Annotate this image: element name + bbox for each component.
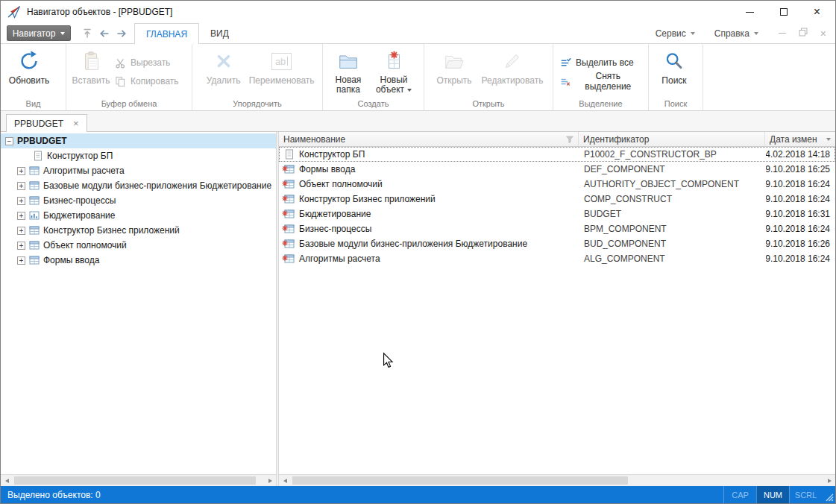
scrollbar-thumb[interactable] — [14, 476, 256, 485]
component-icon — [29, 225, 40, 236]
chevron-down-icon[interactable] — [826, 138, 831, 141]
column-header-date[interactable]: Дата измен — [765, 132, 835, 146]
ribbon-group-clipboard: Вставить Вырезать Копировать Буфер обмен… — [66, 44, 192, 110]
ribbon-group-create: Новая папка Новый объект Создать — [323, 44, 424, 110]
list-row[interactable]: Конструктор БП P10002_F_CONSTRUCTOR_BP 2… — [279, 147, 835, 162]
row-name: Алгоритмы расчета — [299, 253, 380, 264]
tree-item[interactable]: + Алгоритмы расчета — [1, 163, 276, 178]
expand-icon[interactable]: + — [17, 212, 25, 220]
minimize-button[interactable] — [733, 1, 767, 23]
scroll-left-button[interactable] — [1, 475, 13, 486]
tab-close-button[interactable]: × — [73, 119, 79, 128]
tree-item[interactable]: + Формы ввода — [1, 253, 276, 268]
ribbon-tabs: ГЛАВНАЯ ВИД — [134, 23, 240, 43]
paste-button[interactable]: Вставить — [70, 48, 112, 86]
service-menu[interactable]: Сервис — [646, 28, 705, 39]
cut-button[interactable]: Вырезать — [112, 56, 182, 69]
keyboard-indicators: CAP NUM SCRL — [723, 486, 835, 503]
clear-selection-button[interactable]: Снять выделение — [557, 75, 644, 88]
expand-icon[interactable]: + — [17, 242, 25, 250]
list-row[interactable]: Объект полномочий AUTHORITY_OBJECT_COMPO… — [279, 177, 835, 192]
clear-selection-label: Снять выделение — [575, 71, 641, 92]
list-row[interactable]: Алгоритмы расчета ALG_COMPONENT 19.10.20… — [279, 251, 835, 266]
document-tab-ppbudget[interactable]: PPBUDGET × — [6, 114, 87, 132]
main-area: − PPBUDGET Конструктор БП + Алгоритмы ра… — [1, 132, 835, 486]
delete-icon — [213, 49, 235, 73]
list-row[interactable]: Базовые модули бизнес-приложения Бюджети… — [279, 236, 835, 251]
copy-button[interactable]: Копировать — [112, 75, 182, 88]
tree-item[interactable]: + Базовые модули бизнес-приложения Бюдже… — [1, 178, 276, 193]
tree-item-label: Конструктор БП — [47, 151, 113, 161]
close-button[interactable]: × — [800, 1, 834, 23]
tree-item[interactable]: + Бюджетирование — [1, 208, 276, 223]
forward-button[interactable] — [113, 25, 130, 42]
list-horizontal-scrollbar[interactable] — [279, 474, 835, 486]
refresh-button[interactable]: Обновить — [4, 48, 54, 86]
expand-icon[interactable]: + — [17, 256, 25, 265]
mdi-restore-button[interactable] — [799, 28, 808, 39]
tree-horizontal-scrollbar[interactable] — [1, 474, 276, 486]
tree-item[interactable]: Конструктор БП — [1, 148, 276, 163]
tree-item-label: Конструктор Бизнес приложений — [43, 225, 180, 236]
right-arrow-icon — [268, 479, 272, 483]
ribbon: Обновить Вид Вставить Вырезать Копироват… — [1, 44, 835, 111]
tab-home-label: ГЛАВНАЯ — [146, 29, 187, 40]
collapse-icon[interactable]: − — [5, 137, 13, 145]
scroll-left-button[interactable] — [279, 475, 291, 486]
expand-icon[interactable]: + — [17, 182, 25, 190]
object-tree: − PPBUDGET Конструктор БП + Алгоритмы ра… — [1, 132, 276, 474]
column-header-id[interactable]: Идентификатор — [579, 132, 765, 146]
resize-grip[interactable] — [822, 486, 835, 503]
scrollbar-track[interactable] — [291, 475, 823, 486]
open-button[interactable]: Открыть — [433, 48, 476, 86]
scroll-right-button[interactable] — [823, 475, 835, 486]
column-header-id-label: Идентификатор — [583, 134, 649, 145]
expand-icon[interactable]: + — [17, 167, 25, 175]
new-object-icon — [383, 49, 405, 73]
tab-view[interactable]: ВИД — [199, 23, 240, 43]
filter-funnel-icon[interactable] — [566, 136, 573, 143]
maximize-button[interactable] — [767, 1, 800, 23]
list-row[interactable]: Конструктор Бизнес приложений COMP_CONST… — [279, 192, 835, 207]
search-button[interactable]: Поиск — [653, 48, 696, 86]
window-controls: × — [733, 1, 835, 23]
help-menu[interactable]: Справка — [705, 28, 768, 39]
select-all-button[interactable]: Выделить все — [557, 56, 644, 69]
row-date: 24.02.2018 14:18 — [766, 149, 830, 160]
chevron-down-icon — [754, 32, 758, 35]
ribbon-group-search: Поиск Поиск — [649, 44, 703, 110]
tab-home[interactable]: ГЛАВНАЯ — [134, 23, 199, 44]
group-label-search: Поиск — [649, 99, 703, 108]
scroll-lock-indicator: SCRL — [789, 486, 822, 503]
delete-button[interactable]: Удалить — [202, 48, 245, 86]
mdi-minimize-button[interactable] — [779, 33, 786, 34]
scroll-right-button[interactable] — [264, 475, 276, 486]
row-date: 19.10.2018 16:24 — [766, 224, 830, 234]
list-row[interactable]: Формы ввода DEF_COMPONENT 19.10.2018 16:… — [279, 162, 835, 177]
new-object-button[interactable]: Новый объект — [370, 48, 418, 95]
mdi-close-button[interactable]: × — [820, 28, 826, 39]
list-row[interactable]: Бизнес-процессы BPM_COMPONENT 19.10.2018… — [279, 221, 835, 236]
column-header-name[interactable]: Наименование — [279, 132, 579, 146]
tree-item[interactable]: + Объект полномочий — [1, 238, 276, 253]
red-star-badge — [282, 210, 288, 216]
back-button[interactable] — [95, 25, 113, 42]
scrollbar-thumb[interactable] — [292, 476, 628, 485]
clear-selection-icon — [560, 76, 571, 87]
tree-root-ppbudget[interactable]: − PPBUDGET — [1, 133, 276, 148]
new-folder-button[interactable]: Новая папка — [327, 48, 370, 95]
up-level-button[interactable] — [78, 25, 95, 42]
tree-item-label: Формы ввода — [43, 255, 99, 265]
expand-icon[interactable]: + — [17, 227, 25, 235]
scrollbar-track[interactable] — [13, 475, 264, 486]
tree-item[interactable]: + Конструктор Бизнес приложений — [1, 223, 276, 238]
rename-button[interactable]: ab Переименовать — [245, 48, 318, 86]
status-bar: Выделено объектов: 0 CAP NUM SCRL — [1, 486, 835, 503]
edit-button[interactable]: Редактировать — [476, 48, 549, 86]
row-name: Конструктор БП — [299, 149, 365, 160]
navigator-app-button[interactable]: Навигатор — [7, 25, 71, 41]
expand-icon[interactable]: + — [17, 197, 25, 205]
ribbon-group-selection: Выделить все Снять выделение Выделение — [553, 44, 649, 110]
tree-item[interactable]: + Бизнес-процессы — [1, 193, 276, 208]
list-row[interactable]: Бюджетирование BUDGET 19.10.2018 16:31 — [279, 207, 835, 221]
